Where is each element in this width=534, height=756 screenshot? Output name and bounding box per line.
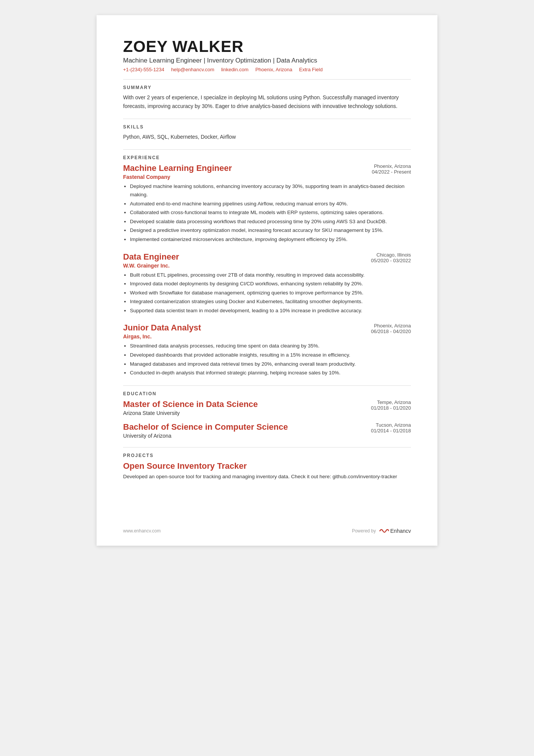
exp-location-1: Phoenix, Arizona [372, 163, 411, 169]
bullet: Implemented containerized microservices … [130, 235, 411, 244]
edu-degree-1: Master of Science in Data Science [123, 399, 258, 409]
exp-entry-2: Data Engineer W.W. Grainger Inc. Chicago… [123, 252, 411, 315]
skills-divider [123, 149, 411, 150]
education-divider [123, 447, 411, 448]
contact-extra: Extra Field [299, 67, 323, 72]
exp-bullets-2: Built robust ETL pipelines, processing o… [123, 271, 411, 315]
edu-entry-1: Master of Science in Data Science Arizon… [123, 399, 411, 416]
bullet: Designed a predictive inventory optimiza… [130, 226, 411, 235]
edu-dates-2: 01/2014 - 01/2018 [371, 428, 411, 434]
edu-location-date-2: Tucson, Arizona 01/2014 - 01/2018 [371, 422, 411, 434]
skills-label: SKILLS [123, 124, 411, 130]
education-section: EDUCATION Master of Science in Data Scie… [123, 391, 411, 439]
edu-header-1: Master of Science in Data Science Arizon… [123, 399, 411, 416]
edu-dates-1: 01/2018 - 01/2020 [371, 405, 411, 411]
edu-school-1: Arizona State University [123, 410, 258, 416]
exp-location-date-2: Chicago, Illinois 05/2020 - 03/2022 [371, 252, 411, 263]
bullet: Built robust ETL pipelines, processing o… [130, 271, 411, 279]
summary-section: SUMMARY With over 2 years of experience,… [123, 85, 411, 110]
candidate-name: ZOEY WALKER [123, 38, 411, 55]
exp-location-2: Chicago, Illinois [371, 252, 411, 258]
exp-title-1: Machine Learning Engineer [123, 163, 232, 173]
enhancv-logo-icon [378, 527, 389, 534]
experience-divider [123, 385, 411, 386]
summary-label: SUMMARY [123, 85, 411, 90]
header-divider [123, 79, 411, 80]
bullet: Improved data model deployments by desig… [130, 280, 411, 288]
resume-page: ZOEY WALKER Machine Learning Engineer | … [97, 15, 437, 546]
edu-header-2: Bachelor of Science in Computer Science … [123, 422, 411, 439]
skills-text: Python, AWS, SQL, Kubernetes, Docker, Ai… [123, 133, 411, 141]
exp-dates-2: 05/2020 - 03/2022 [371, 258, 411, 263]
contact-location: Phoenix, Arizona [255, 67, 292, 72]
contact-bar: +1-(234)-555-1234 help@enhancv.com linke… [123, 67, 411, 72]
exp-title-group-2: Data Engineer W.W. Grainger Inc. [123, 252, 179, 269]
exp-title-group-1: Machine Learning Engineer Fastenal Compa… [123, 163, 232, 180]
header: ZOEY WALKER Machine Learning Engineer | … [123, 38, 411, 72]
experience-label: EXPERIENCE [123, 155, 411, 160]
exp-location-3: Phoenix, Arizona [371, 323, 411, 329]
exp-header-2: Data Engineer W.W. Grainger Inc. Chicago… [123, 252, 411, 269]
summary-text: With over 2 years of experience, I speci… [123, 93, 411, 110]
edu-location-1: Tempe, Arizona [371, 399, 411, 405]
contact-phone: +1-(234)-555-1234 [123, 67, 164, 72]
experience-section: EXPERIENCE Machine Learning Engineer Fas… [123, 155, 411, 377]
exp-entry-3: Junior Data Analyst Airgas, Inc. Phoenix… [123, 323, 411, 377]
project-title-1: Open Source Inventory Tracker [123, 461, 411, 471]
bullet: Worked with Snowflake for database manag… [130, 289, 411, 297]
projects-section: PROJECTS Open Source Inventory Tracker D… [123, 453, 411, 481]
enhancv-brand-name: Enhancv [390, 528, 411, 534]
exp-company-2: W.W. Grainger Inc. [123, 263, 179, 269]
exp-entry-1: Machine Learning Engineer Fastenal Compa… [123, 163, 411, 243]
exp-location-date-3: Phoenix, Arizona 06/2018 - 04/2020 [371, 323, 411, 334]
bullet: Deployed machine learning solutions, enh… [130, 182, 411, 199]
exp-location-date-1: Phoenix, Arizona 04/2022 - Present [372, 163, 411, 175]
edu-degree-group-2: Bachelor of Science in Computer Science … [123, 422, 288, 439]
project-entry-1: Open Source Inventory Tracker Developed … [123, 461, 411, 481]
bullet: Conducted in-depth analysis that informe… [130, 369, 411, 377]
edu-degree-2: Bachelor of Science in Computer Science [123, 422, 288, 432]
exp-title-group-3: Junior Data Analyst Airgas, Inc. [123, 323, 201, 340]
exp-title-3: Junior Data Analyst [123, 323, 201, 333]
education-label: EDUCATION [123, 391, 411, 396]
footer-website: www.enhancv.com [123, 528, 161, 534]
skills-section: SKILLS Python, AWS, SQL, Kubernetes, Doc… [123, 124, 411, 141]
exp-dates-3: 06/2018 - 04/2020 [371, 329, 411, 334]
bullet: Integrated containerization strategies u… [130, 297, 411, 306]
bullet: Supported data scientist team in model d… [130, 307, 411, 315]
bullet: Developed scalable data processing workf… [130, 218, 411, 226]
powered-by-label: Powered by [352, 528, 376, 534]
exp-company-3: Airgas, Inc. [123, 333, 201, 340]
edu-location-2: Tucson, Arizona [371, 422, 411, 428]
candidate-title: Machine Learning Engineer | Inventory Op… [123, 57, 411, 64]
exp-title-2: Data Engineer [123, 252, 179, 262]
page-footer: www.enhancv.com Powered by Enhancv [123, 527, 411, 534]
exp-bullets-3: Streamlined data analysis processes, red… [123, 342, 411, 377]
contact-linkedin: linkedin.com [221, 67, 248, 72]
exp-dates-1: 04/2022 - Present [372, 169, 411, 175]
bullet: Streamlined data analysis processes, red… [130, 342, 411, 350]
exp-company-1: Fastenal Company [123, 174, 232, 180]
exp-header-1: Machine Learning Engineer Fastenal Compa… [123, 163, 411, 180]
edu-entry-2: Bachelor of Science in Computer Science … [123, 422, 411, 439]
bullet: Developed dashboards that provided actio… [130, 351, 411, 359]
exp-bullets-1: Deployed machine learning solutions, enh… [123, 182, 411, 243]
edu-school-2: University of Arizona [123, 433, 288, 439]
footer-powered-by: Powered by Enhancv [352, 527, 411, 534]
exp-header-3: Junior Data Analyst Airgas, Inc. Phoenix… [123, 323, 411, 340]
bullet: Automated end-to-end machine learning pi… [130, 200, 411, 208]
projects-label: PROJECTS [123, 453, 411, 458]
bullet: Managed databases and improved data retr… [130, 360, 411, 368]
enhancv-logo: Enhancv [378, 527, 411, 534]
summary-divider [123, 119, 411, 119]
bullet: Collaborated with cross-functional teams… [130, 208, 411, 217]
contact-email: help@enhancv.com [171, 67, 214, 72]
edu-degree-group-1: Master of Science in Data Science Arizon… [123, 399, 258, 416]
project-desc-1: Developed an open-source tool for tracki… [123, 473, 411, 481]
edu-location-date-1: Tempe, Arizona 01/2018 - 01/2020 [371, 399, 411, 411]
